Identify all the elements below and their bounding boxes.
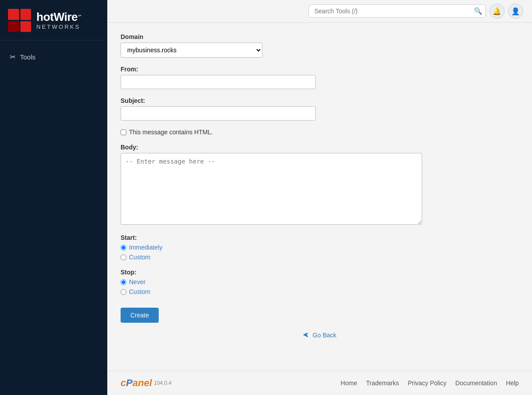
stop-group: Stop: Never Custom — [121, 269, 519, 295]
user-button[interactable]: 👤 — [508, 4, 523, 19]
create-button-wrapper: Create — [121, 303, 519, 323]
search-button[interactable]: 🔍 — [474, 7, 482, 15]
stop-custom-radio[interactable] — [121, 289, 126, 295]
notifications-button[interactable]: 🔔 — [489, 4, 505, 19]
go-back-link[interactable]: ⮜ Go Back — [303, 332, 336, 339]
main-content: 🔍 🔔 👤 Domain mybusiness.rocks From: Subj… — [107, 0, 532, 395]
subject-group: Subject: — [121, 97, 519, 121]
footer-link-home[interactable]: Home — [340, 379, 357, 387]
stop-never-label[interactable]: Never — [121, 278, 519, 285]
start-immediately-radio[interactable] — [121, 245, 126, 250]
stop-label: Stop: — [121, 269, 519, 276]
domain-label: Domain — [121, 33, 519, 40]
html-checkbox-text: This message contains HTML. — [129, 129, 213, 136]
bell-icon: 🔔 — [493, 7, 501, 16]
sidebar-nav: ✂ Tools — [0, 40, 107, 74]
html-checkbox-group: This message contains HTML. — [121, 129, 519, 136]
body-textarea[interactable] — [121, 153, 422, 225]
form-content: Domain mybusiness.rocks From: Subject: T… — [107, 23, 532, 371]
cpanel-version: 104.0.4 — [154, 380, 172, 386]
domain-group: Domain mybusiness.rocks — [121, 33, 519, 58]
start-label: Start: — [121, 234, 519, 241]
stop-radio-group: Never Custom — [121, 278, 519, 295]
footer-link-help[interactable]: Help — [506, 379, 519, 387]
stop-custom-label[interactable]: Custom — [121, 288, 519, 295]
go-back-arrow-icon: ⮜ — [303, 332, 309, 339]
stop-never-text: Never — [129, 278, 145, 285]
subject-label: Subject: — [121, 97, 519, 104]
brand-networks: NETWORKS — [36, 23, 82, 30]
html-checkbox-label[interactable]: This message contains HTML. — [121, 129, 519, 136]
domain-select[interactable]: mybusiness.rocks — [121, 43, 262, 58]
user-icon: 👤 — [511, 7, 520, 16]
logo-text: hotWire℠ NETWORKS — [36, 11, 82, 30]
sidebar-item-tools[interactable]: ✂ Tools — [4, 49, 103, 65]
start-immediately-text: Immediately — [129, 244, 162, 251]
brand-hot: hot — [36, 10, 54, 23]
footer-links: Home Trademarks Privacy Policy Documenta… — [340, 379, 519, 387]
go-back-text: Go Back — [313, 332, 336, 339]
subject-input[interactable] — [121, 106, 316, 121]
search-input[interactable] — [309, 4, 486, 18]
start-custom-radio[interactable] — [121, 254, 126, 260]
brand-wire: Wire — [54, 10, 78, 23]
html-checkbox[interactable] — [121, 129, 126, 135]
cpanel-logo: cPanel 104.0.4 — [121, 377, 172, 389]
footer-link-privacy[interactable]: Privacy Policy — [408, 379, 446, 387]
start-custom-label[interactable]: Custom — [121, 254, 519, 261]
start-group: Start: Immediately Custom — [121, 234, 519, 261]
stop-custom-text: Custom — [129, 288, 150, 295]
search-wrapper: 🔍 — [309, 4, 486, 18]
start-custom-text: Custom — [129, 254, 150, 261]
logo-icon — [8, 9, 31, 32]
stop-never-radio[interactable] — [121, 279, 126, 285]
body-label: Body: — [121, 144, 519, 151]
start-immediately-label[interactable]: Immediately — [121, 244, 519, 251]
footer: cPanel 104.0.4 Home Trademarks Privacy P… — [107, 371, 532, 395]
body-group: Body: — [121, 144, 519, 226]
from-input[interactable] — [121, 75, 316, 89]
from-label: From: — [121, 66, 519, 73]
start-radio-group: Immediately Custom — [121, 244, 519, 261]
brand-sm: ℠ — [78, 14, 82, 19]
create-button[interactable]: Create — [121, 308, 159, 323]
topbar: 🔍 🔔 👤 — [107, 0, 532, 23]
logo-area: hotWire℠ NETWORKS — [0, 0, 107, 40]
footer-link-documentation[interactable]: Documentation — [455, 379, 497, 387]
footer-link-trademarks[interactable]: Trademarks — [366, 379, 399, 387]
cpanel-text: cPanel — [121, 377, 152, 389]
tools-icon: ✂ — [10, 53, 16, 61]
go-back-section: ⮜ Go Back — [121, 332, 519, 339]
sidebar: hotWire℠ NETWORKS ✂ Tools — [0, 0, 107, 395]
from-group: From: — [121, 66, 519, 89]
sidebar-item-label: Tools — [20, 53, 35, 61]
